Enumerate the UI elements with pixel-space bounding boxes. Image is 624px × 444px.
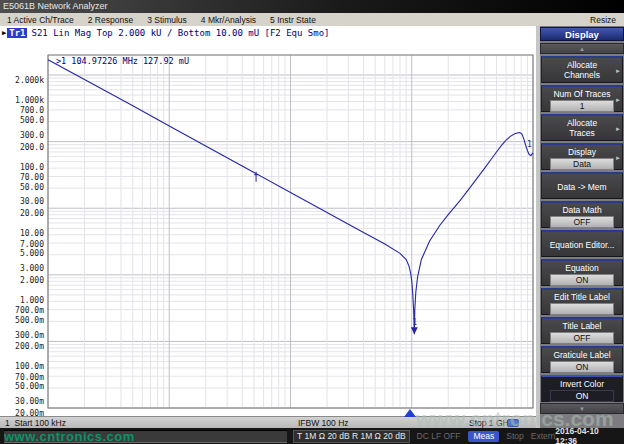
softkey-data-mem[interactable]: Data -> Mem [541, 172, 623, 199]
softkey-invert-color[interactable]: Invert ColorON [541, 375, 623, 402]
sidebar-left-rail [536, 26, 540, 428]
softkey-label: Data -> Mem [542, 182, 622, 192]
marker-readout: >1 104.97226 MHz 127.92 mU [56, 56, 189, 66]
reference-status: Extern [531, 431, 556, 441]
softkey-label: Allocate [542, 60, 622, 70]
softkey-label: Allocate [542, 118, 622, 128]
softkey-label: Title Label [542, 321, 622, 331]
softkey-edit-title-label[interactable]: Edit Title Label [541, 288, 623, 315]
plot-svg: 11>1 104.97226 MHz 127.92 mU [0, 26, 536, 416]
instrument-status-bar: T 1M Ω 20 dB R 1M Ω 20 dB DC LF OFF Meas… [0, 428, 624, 444]
softkey-label-line2: Channels [542, 70, 622, 80]
channel-window: ▶ Tr1 S21 Lin Mag Top 2.000 kU / Bottom … [0, 26, 536, 416]
submenu-arrow-icon: ► [615, 155, 621, 161]
submenu-arrow-icon: ► [615, 97, 621, 103]
scroll-down-icon: ▼ [579, 406, 585, 412]
softkey-allocate-channels[interactable]: AllocateChannels► [541, 56, 623, 83]
sweep-status-badge: Meas [468, 431, 499, 442]
softkey-value: Data [550, 158, 614, 170]
menu-item-4[interactable]: 4 Mkr/Analysis [194, 15, 263, 25]
menu-item-2[interactable]: 2 Response [81, 15, 140, 25]
softkey-title-label[interactable]: Title LabelOFF [541, 317, 623, 344]
dc-source-status: DC LF OFF [417, 431, 461, 441]
softkey-allocate-traces[interactable]: AllocateTraces► [541, 114, 623, 141]
message-panel [4, 430, 287, 443]
softkey-scroll-up-button[interactable]: ▲ [540, 43, 624, 54]
menu-item-1[interactable]: 1 Active Ch/Trace [0, 15, 81, 25]
softkey-label: Num Of Traces [542, 89, 622, 99]
submenu-arrow-icon: ► [615, 68, 621, 74]
analyzer-screen: E5061B Network Analyzer 1 Active Ch/Trac… [0, 0, 624, 444]
softkey-equation[interactable]: EquationON [541, 259, 623, 286]
softkey-value: ON [550, 390, 614, 402]
resize-menu-item[interactable]: Resize [582, 15, 624, 25]
menu-item-3[interactable]: 3 Stimulus [140, 15, 194, 25]
window-title-bar[interactable]: E5061B Network Analyzer [0, 0, 624, 13]
softkey-scroll-down-button[interactable]: ▼ [540, 403, 624, 414]
trace-number-label: 1 [527, 140, 532, 149]
window-title: E5061B Network Analyzer [3, 1, 108, 11]
softkey-label: Data Math [542, 205, 622, 215]
softkey-value: OFF [550, 216, 614, 228]
softkey-label: Graticule Label [542, 350, 622, 360]
menu-bar: 1 Active Ch/Trace2 Response3 Stimulus4 M… [0, 13, 624, 27]
softkey-label: Edit Title Label [542, 292, 622, 302]
softkey-value [550, 303, 614, 315]
trigger-status: Stop [506, 431, 524, 441]
sweep-setup-badge-icon [507, 419, 519, 427]
softkey-display[interactable]: DisplayData► [541, 143, 623, 170]
scroll-up-icon: ▲ [579, 46, 585, 52]
softkey-value: ON [550, 361, 614, 373]
softkey-label-line2: Traces [542, 128, 622, 138]
marker-stimulus-indicator-icon[interactable] [404, 409, 416, 417]
softkey-data-math[interactable]: Data MathOFF [541, 201, 623, 228]
menu-item-5[interactable]: 5 Instr State [263, 15, 323, 25]
softkey-label: Equation Editor... [542, 240, 622, 250]
marker-1-number: 1 [412, 318, 417, 327]
softkey-label: Invert Color [542, 379, 622, 389]
submenu-arrow-icon: ► [615, 126, 621, 132]
softkey-equation-editor[interactable]: Equation Editor... [541, 230, 623, 257]
softkey-graticule-label[interactable]: Graticule LabelON [541, 346, 623, 373]
softkey-sidebar: Display ▲ AllocateChannels►Num Of Traces… [536, 26, 624, 428]
port-attenuation-status: T 1M Ω 20 dB R 1M Ω 20 dB [293, 430, 409, 443]
softkey-num-of-traces[interactable]: Num Of Traces1► [541, 85, 623, 112]
softkey-label: Display [542, 147, 622, 157]
softkey-value: 1 [550, 100, 614, 112]
softkey-value: ON [550, 274, 614, 286]
softkey-value: OFF [550, 332, 614, 344]
softkey-menu-title: Display [540, 27, 624, 41]
date-time-label: 2016-04-10 12:36 [555, 426, 620, 444]
softkey-label: Equation [542, 263, 622, 273]
